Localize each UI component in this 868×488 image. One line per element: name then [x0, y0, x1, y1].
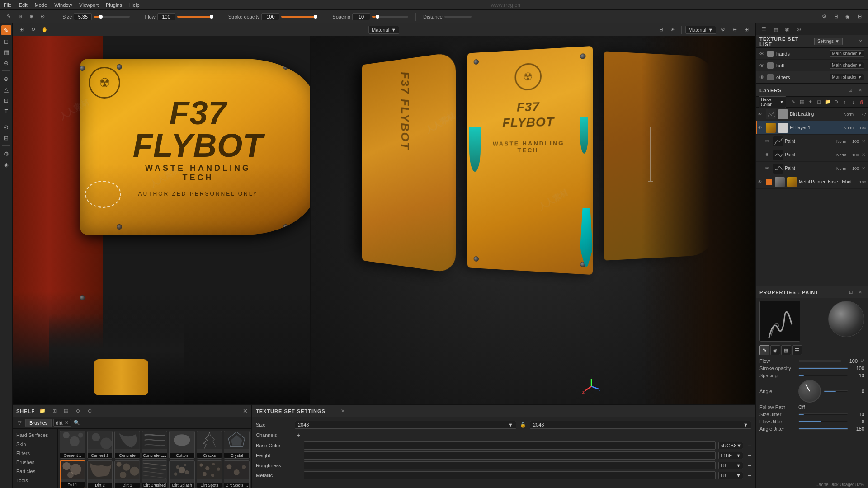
panel-icon-texture[interactable]: ▦	[770, 24, 780, 34]
tsl-item-hands[interactable]: 👁 hands Main shader ▼	[756, 48, 868, 60]
prop-size-jitter-slider[interactable]	[798, 413, 848, 415]
prop-flow-jitter-slider[interactable]	[798, 421, 848, 422]
prop-angle-dial[interactable]	[798, 380, 821, 403]
layers-restore-btn[interactable]: ⊡	[846, 86, 854, 94]
layer-eye-paint1[interactable]: 👁	[765, 139, 771, 144]
channel-roughness-format[interactable]: L8 ▼	[718, 462, 743, 469]
viewport-left-canvas[interactable]: ☢ F37 FLYBOT WASTE HANDLING TECH AUTHORI…	[13, 36, 310, 404]
toolbar-eraser-icon[interactable]: ⊗	[15, 12, 25, 22]
shelf-icon-minimize[interactable]: —	[97, 407, 105, 415]
channel-metallic-format[interactable]: L8 ▼	[718, 472, 743, 479]
shelf-clear-search[interactable]: ✕	[65, 420, 69, 426]
prop-tab-brush[interactable]: ✎	[760, 345, 769, 355]
shelf-thumb-dirt3[interactable]: Dirt 3	[114, 460, 140, 488]
layer-fill-1[interactable]: 👁 Fill layer 1 Norm 100	[756, 121, 868, 135]
shelf-cat-skin[interactable]: Skin	[13, 440, 57, 449]
layers-add-fill-btn[interactable]: ▦	[798, 98, 805, 106]
tool-bake[interactable]: ◈	[1, 160, 11, 169]
toolbar-flow-slider[interactable]	[177, 16, 213, 18]
layers-mask-btn[interactable]: ◻	[816, 98, 822, 106]
toolbar-smudge-icon[interactable]: ⊕	[26, 12, 36, 22]
menu-item-mode[interactable]: Mode	[35, 2, 47, 8]
layer-close-paint3[interactable]: ✕	[861, 166, 866, 171]
shelf-icon-folder[interactable]: 📁	[38, 407, 47, 415]
shelf-thumb-cement2[interactable]: Cement 2	[87, 431, 113, 459]
shelf-cat-filters[interactable]: Filters	[13, 449, 57, 458]
shelf-tab-brushes[interactable]: Brushes	[25, 419, 52, 427]
tool-picker[interactable]: ⊘	[1, 122, 11, 132]
shelf-cat-tools[interactable]: Tools	[13, 476, 57, 485]
toolbar-icon-3[interactable]: ◉	[843, 12, 853, 22]
tool-settings[interactable]: ⚙	[1, 149, 11, 159]
shelf-thumb-cracks[interactable]: Cracks	[197, 431, 222, 459]
menu-item-help[interactable]: Help	[129, 2, 140, 8]
layer-eye-paint3[interactable]: 👁	[765, 166, 771, 171]
vp-icon-camera[interactable]: ⊟	[656, 25, 666, 35]
prop-angle-slider[interactable]	[824, 390, 848, 392]
panel-icon-layers[interactable]: ☰	[759, 24, 769, 34]
layers-close-btn[interactable]: ✕	[856, 86, 864, 94]
tss-size-dropdown[interactable]: 2048 ▼	[295, 421, 516, 429]
layers-instance-btn[interactable]: ⊕	[833, 98, 840, 106]
shelf-cat-brushes[interactable]: Brushes	[13, 458, 57, 467]
layer-close-paint1[interactable]: ✕	[861, 139, 866, 144]
tsl-shader-hands[interactable]: Main shader ▼	[830, 50, 864, 57]
shelf-thumb-crystal[interactable]: Crystal	[224, 431, 250, 459]
tool-fill[interactable]: ▦	[1, 47, 11, 57]
prop-flow-slider[interactable]	[798, 360, 841, 362]
layer-eye-metal[interactable]: 👁	[758, 179, 764, 184]
tss-add-channel-btn[interactable]: +	[297, 432, 300, 439]
panel-icon-material[interactable]: ◉	[782, 24, 792, 34]
vp-icon-light[interactable]: ☀	[668, 25, 678, 35]
channel-metallic-remove-btn[interactable]: −	[748, 472, 751, 479]
tss-minimize-btn[interactable]: —	[328, 407, 336, 415]
layer-paint-2[interactable]: 👁 Paint Norm 100 ✕	[756, 148, 868, 162]
tsl-item-others[interactable]: 👁 others Main shader ▼	[756, 71, 868, 83]
tool-clone[interactable]: ⊕	[1, 74, 11, 84]
toolbar-spacing-value[interactable]: 10	[352, 13, 370, 20]
layer-metal-base[interactable]: 👁 Metal Painted Base Flybot 100	[756, 175, 868, 189]
material-dropdown-left[interactable]: Material ▼	[368, 26, 399, 34]
tss-size-lock[interactable]: 🔒	[519, 421, 527, 429]
shelf-thumb-dirt1[interactable]: Dirt 1	[60, 460, 85, 488]
shelf-thumb-dirt-spots[interactable]: Dirt Spots	[197, 460, 222, 488]
menu-item-file[interactable]: File	[4, 2, 12, 8]
tsl-shader-others[interactable]: Main shader ▼	[830, 74, 864, 80]
toolbar-spacing-slider[interactable]	[372, 16, 408, 18]
vp-icon-pan[interactable]: ✋	[40, 25, 50, 35]
shelf-close-btn[interactable]: ✕	[243, 408, 248, 414]
vp-icon-fullscreen[interactable]: ⊞	[741, 25, 751, 35]
prop-stroke-slider[interactable]	[798, 367, 848, 369]
tsl-shader-hull[interactable]: Main shader ▼	[830, 62, 864, 69]
layer-dirt-leaking[interactable]: 👁 Dirt Leaking Norm 47	[756, 108, 868, 121]
shelf-thumb-cotton[interactable]: Cotton	[169, 431, 195, 459]
toolbar-icon-4[interactable]: ⊟	[854, 12, 864, 22]
toolbar-clone-icon[interactable]: ⊘	[38, 12, 47, 22]
prop-tab-square[interactable]: ▦	[781, 345, 791, 355]
tool-paint[interactable]: ✎	[1, 25, 11, 35]
layer-eye-fill1[interactable]: 👁	[758, 125, 764, 130]
toolbar-brush-icon[interactable]: ✎	[4, 12, 14, 22]
viewport-left[interactable]: ☢ F37 FLYBOT WASTE HANDLING TECH AUTHORI…	[13, 36, 311, 404]
shelf-filter-icon[interactable]: ▽	[15, 419, 24, 427]
menu-item-plugins[interactable]: Plugins	[106, 2, 122, 8]
prop-angle-jitter-slider[interactable]	[798, 428, 848, 430]
shelf-thumb-cement1[interactable]: Cement 1	[60, 431, 85, 459]
layers-add-effects-btn[interactable]: ✦	[807, 98, 814, 106]
prop-flow-reset[interactable]: ↺	[860, 358, 864, 364]
menu-item-window[interactable]: Window	[54, 2, 72, 8]
base-color-dropdown[interactable]: Base Color ▼	[759, 96, 786, 108]
material-dropdown-right[interactable]: Material ▼	[685, 26, 716, 34]
tss-close-btn[interactable]: ✕	[339, 407, 347, 415]
shelf-icon-import[interactable]: ⊕	[85, 407, 94, 415]
toolbar-stroke-value[interactable]: 100	[261, 13, 279, 20]
viewport-right-canvas[interactable]: F37 FLYBOT ☢ F37FLYBOT WASTE HANDLINGTEC…	[311, 36, 755, 404]
layers-add-paint-btn[interactable]: ✎	[790, 98, 797, 106]
channel-height-remove-btn[interactable]: −	[748, 452, 751, 459]
menu-item-edit[interactable]: Edit	[19, 2, 28, 8]
layer-close-paint2[interactable]: ✕	[861, 152, 866, 157]
vp-icon-settings[interactable]: ⚙	[718, 25, 728, 35]
tool-selection[interactable]: ⊡	[1, 95, 11, 105]
shelf-icon-filter1[interactable]: ⊙	[74, 407, 82, 415]
toolbar-icon-1[interactable]: ⚙	[819, 12, 829, 22]
